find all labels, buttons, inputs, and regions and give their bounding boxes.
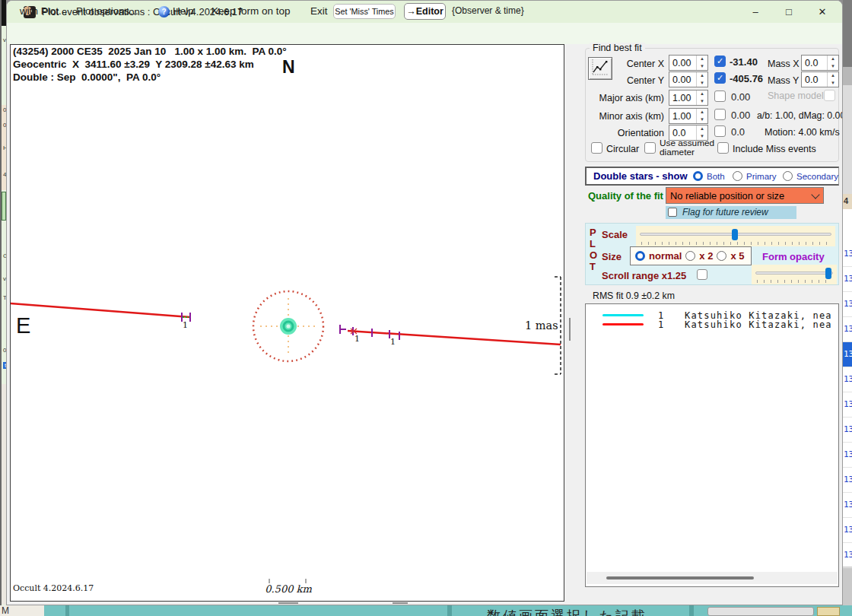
observer-name: Katsuhiko Kitazaki, nea bbox=[685, 319, 832, 329]
center-x-fit-value: -31.40 bbox=[730, 56, 758, 68]
list-item[interactable]: 13 bbox=[843, 543, 852, 568]
size-radio-group: normal x 2 x 5 bbox=[630, 246, 752, 265]
asteroid-center-dot bbox=[287, 325, 291, 329]
observers-listbox[interactable]: 1 Katsuhiko Kitazaki, nea 1 Katsuhiko Ki… bbox=[585, 303, 839, 587]
include-miss-events-checkbox[interactable] bbox=[717, 142, 729, 154]
center-x-label: Center X bbox=[603, 59, 664, 69]
size-x5-radio[interactable] bbox=[717, 251, 726, 261]
mass-y-spin-buttons[interactable]: ▲▼ bbox=[827, 72, 838, 87]
center-y-spin-buttons[interactable]: ▲▼ bbox=[696, 72, 707, 87]
bottom-divider bbox=[689, 605, 694, 616]
center-y-input[interactable]: 0.00▲▼ bbox=[669, 71, 708, 87]
menu-exit[interactable]: Exit bbox=[310, 5, 328, 17]
list-item[interactable]: 13 bbox=[843, 418, 852, 443]
shape-model-label: Shape model bbox=[768, 90, 824, 101]
rms-fit-label: RMS fit 0.9 ±0.2 km bbox=[593, 291, 675, 301]
menu-with-plot[interactable]: with Plot... bbox=[20, 5, 67, 17]
shape-model-checkbox bbox=[824, 90, 835, 101]
chord-line-east bbox=[348, 331, 561, 345]
list-item[interactable]: 13 bbox=[843, 267, 852, 292]
quality-value: No reliable position or size bbox=[670, 190, 784, 202]
list-horizontal-scrollbar[interactable] bbox=[587, 572, 838, 584]
center-x-value: 0.00 bbox=[669, 56, 696, 70]
list-item[interactable]: 13 bbox=[843, 292, 852, 317]
use-assumed-diameter-checkbox[interactable] bbox=[644, 142, 656, 154]
mass-y-input[interactable]: 0.0▲▼ bbox=[801, 71, 839, 87]
right-strip-light bbox=[843, 85, 852, 194]
menu-plot-options[interactable]: Plot options... bbox=[76, 5, 138, 17]
quality-combobox[interactable]: No reliable position or size bbox=[666, 187, 824, 204]
center-x-input[interactable]: 0.00▲▼ bbox=[669, 55, 708, 71]
double-stars-both-label[interactable]: Both bbox=[707, 172, 725, 181]
chord-number-label: 1 bbox=[183, 320, 188, 330]
flag-review-label: Flag for future review bbox=[682, 207, 768, 218]
use-assumed-diameter-label: Use assumed diameter bbox=[660, 138, 722, 157]
editor-button[interactable]: →Editor bbox=[404, 3, 446, 20]
size-x2-radio[interactable] bbox=[685, 251, 695, 261]
mass-x-spin-buttons[interactable]: ▲▼ bbox=[827, 56, 838, 70]
major-axis-input[interactable]: 1.00▲▼ bbox=[669, 90, 708, 106]
plot-letter: P bbox=[590, 227, 596, 238]
mass-x-input[interactable]: 0.0▲▼ bbox=[801, 55, 839, 71]
major-axis-spin-buttons[interactable]: ▲▼ bbox=[696, 90, 707, 105]
fit-orientation-checkbox[interactable] bbox=[714, 125, 726, 137]
list-item[interactable]: 13 bbox=[843, 493, 852, 518]
center-y-label: Center Y bbox=[603, 75, 664, 86]
horizontal-scrollbar-thumb[interactable] bbox=[278, 602, 298, 604]
close-button[interactable]: ✕ bbox=[806, 1, 839, 23]
plot-canvas[interactable]: (43254) 2000 CE35 2025 Jan 10 1.00 x 1.0… bbox=[10, 44, 564, 602]
fit-minor-axis-checkbox[interactable] bbox=[714, 109, 726, 120]
scroll-range-checkbox[interactable] bbox=[697, 269, 707, 280]
minor-axis-spin-buttons[interactable]: ▲▼ bbox=[696, 109, 707, 123]
size-x5-label[interactable]: x 5 bbox=[730, 250, 744, 262]
menu-help[interactable]: Help bbox=[173, 5, 194, 17]
minor-axis-input[interactable]: 1.00▲▼ bbox=[669, 108, 708, 124]
size-normal-radio[interactable] bbox=[635, 251, 645, 261]
list-item[interactable]: 13 bbox=[843, 518, 852, 543]
list-item[interactable]: 13 bbox=[843, 367, 852, 392]
plot-drawing bbox=[11, 45, 564, 601]
list-item[interactable]: 13 bbox=[843, 317, 852, 342]
horizontal-scrollbar-thumb[interactable] bbox=[393, 602, 408, 604]
maximize-button[interactable]: □ bbox=[772, 1, 806, 23]
size-normal-label[interactable]: normal bbox=[649, 250, 682, 262]
minimize-button[interactable]: – bbox=[739, 1, 772, 23]
background-window-left[interactable]: v 0 0 H 4 Gt ve T 0 t bbox=[0, 0, 6, 616]
size-x2-label[interactable]: x 2 bbox=[699, 250, 713, 262]
circular-checkbox[interactable] bbox=[591, 142, 602, 154]
scale-slider[interactable] bbox=[636, 226, 835, 246]
fit-major-axis-checkbox[interactable] bbox=[714, 90, 726, 102]
double-stars-secondary-radio[interactable] bbox=[783, 171, 793, 181]
minor-axis-label: Minor axis (km) bbox=[597, 111, 664, 122]
flag-review-checkbox[interactable] bbox=[668, 208, 677, 217]
list-item[interactable]: 13 bbox=[843, 392, 852, 418]
scroll-range-label: Scroll range x1.25 bbox=[602, 270, 686, 281]
form-opacity-slider[interactable] bbox=[752, 265, 837, 284]
vertical-scrollbar-thumb[interactable] bbox=[569, 318, 571, 341]
list-item[interactable]: 13 bbox=[843, 468, 852, 493]
observer-row[interactable]: 1 Katsuhiko Kitazaki, nea bbox=[586, 319, 838, 329]
help-icon[interactable]: ? bbox=[158, 6, 170, 17]
background-window-bottom[interactable]: M 数値画面選択した記載 bbox=[0, 605, 852, 616]
double-stars-primary-radio[interactable] bbox=[733, 171, 742, 181]
double-stars-secondary-label[interactable]: Secondary bbox=[796, 172, 838, 181]
list-item[interactable]: 13 bbox=[843, 242, 852, 267]
background-window-right[interactable]: 4 13 13 13 13 13 13 13 13 13 13 13 13 13 bbox=[843, 0, 852, 616]
scale-slider-thumb[interactable] bbox=[732, 229, 738, 240]
orientation-fit-value: 0.0 bbox=[731, 126, 745, 138]
fit-center-y-checkbox[interactable]: ✓ bbox=[714, 72, 726, 84]
center-x-spin-buttons[interactable]: ▲▼ bbox=[696, 56, 707, 70]
chord-line-west bbox=[11, 303, 190, 317]
chevron-down-icon bbox=[811, 190, 819, 198]
list-item[interactable]: 13 bbox=[843, 443, 852, 468]
menu-observer-time[interactable]: {Observer & time} bbox=[452, 5, 524, 16]
form-opacity-thumb[interactable] bbox=[825, 268, 831, 279]
menu-keep-on-top[interactable]: Keep form on top bbox=[211, 5, 291, 17]
double-stars-primary-label[interactable]: Primary bbox=[746, 172, 777, 181]
double-stars-label: Double stars - show bbox=[593, 170, 688, 182]
double-stars-both-radio[interactable] bbox=[693, 171, 703, 181]
fit-center-x-checkbox[interactable]: ✓ bbox=[714, 56, 726, 67]
list-item-selected[interactable]: 13 bbox=[843, 342, 852, 367]
list-scrollbar-thumb[interactable] bbox=[606, 576, 754, 579]
set-miss-times-button[interactable]: Set 'Miss' Times bbox=[333, 4, 396, 19]
